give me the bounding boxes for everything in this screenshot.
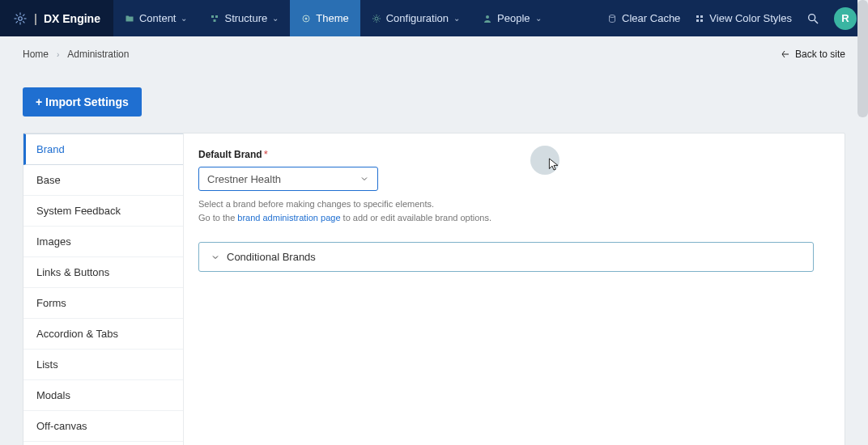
sidebar-item-label: Lists <box>36 358 58 371</box>
default-brand-select[interactable]: Crestner Health <box>198 167 378 191</box>
sidebar-item-system-feedback[interactable]: System Feedback <box>23 196 183 227</box>
svg-rect-11 <box>214 19 216 22</box>
top-nav: | DX Engine Content ⌄ Structure ⌄ Theme … <box>0 0 868 36</box>
svg-point-13 <box>305 17 308 19</box>
svg-rect-20 <box>700 19 703 22</box>
sidebar-item-modals[interactable]: Modals <box>23 380 183 411</box>
back-to-site-link[interactable]: Back to site <box>781 49 845 60</box>
chevron-down-icon: ⌄ <box>181 14 187 23</box>
select-value: Crestner Health <box>207 173 281 185</box>
svg-line-22 <box>815 20 818 23</box>
sidebar-item-label: Modals <box>36 389 70 401</box>
nav-content[interactable]: Content ⌄ <box>113 0 199 36</box>
accordion-title: Conditional Brands <box>227 251 316 263</box>
nav-items: Content ⌄ Structure ⌄ Theme Configuratio… <box>113 0 553 36</box>
svg-line-6 <box>23 21 24 23</box>
breadcrumb-home[interactable]: Home <box>23 49 49 60</box>
svg-rect-10 <box>215 15 218 18</box>
field-default-brand: Default Brand* Crestner Health Select a … <box>198 148 830 224</box>
app-brand[interactable]: | DX Engine <box>0 0 113 36</box>
sidebar-item-label: Brand <box>36 143 65 155</box>
scrollbar-thumb[interactable] <box>857 0 868 117</box>
svg-line-5 <box>16 14 18 15</box>
nav-configuration[interactable]: Configuration ⌄ <box>360 0 471 36</box>
sidebar-item-forms[interactable]: Forms <box>23 288 183 319</box>
chevron-down-icon: ⌄ <box>272 14 279 23</box>
svg-point-14 <box>375 17 378 20</box>
nav-item-label: Theme <box>316 12 348 24</box>
sidebar-item-off-canvas[interactable]: Off-canvas <box>23 411 183 442</box>
svg-rect-17 <box>696 15 699 18</box>
conditional-brands-accordion[interactable]: Conditional Brands <box>198 242 814 272</box>
search-icon[interactable] <box>806 12 819 25</box>
help-text: Select a brand before making changes to … <box>198 197 830 224</box>
nav-right: Clear Cache View Color Styles R <box>596 0 868 36</box>
chevron-down-icon: ⌄ <box>453 14 460 23</box>
svg-line-7 <box>16 21 18 23</box>
sidebar-item-accordion-tabs[interactable]: Accordion & Tabs <box>23 319 183 350</box>
sidebar-item-brand[interactable]: Brand <box>23 134 183 165</box>
nav-item-label: People <box>497 12 530 24</box>
help-line-2a: Go to the <box>198 213 237 222</box>
chevron-down-icon: ⌄ <box>535 14 542 23</box>
sidebar-item-label: Images <box>36 235 71 248</box>
chevron-right-icon: › <box>57 50 59 59</box>
sidebar-item-links-buttons[interactable]: Links & Buttons <box>23 257 183 288</box>
structure-icon <box>210 14 219 23</box>
brand-admin-link[interactable]: brand administration page <box>237 213 340 222</box>
folder-icon <box>125 14 134 23</box>
breadcrumb: Home › Administration <box>23 49 129 60</box>
nav-item-label: Content <box>139 12 177 24</box>
theme-settings-card: Brand Base System Feedback Images Links … <box>23 133 845 445</box>
nav-people[interactable]: People ⌄ <box>471 0 552 36</box>
clear-cache-label: Clear Cache <box>622 12 680 24</box>
svg-rect-19 <box>696 19 699 22</box>
default-brand-label: Default Brand <box>198 149 262 160</box>
app-logo-icon <box>13 11 28 26</box>
sidebar-item-label: Accordion & Tabs <box>36 328 118 340</box>
back-label: Back to site <box>795 49 845 60</box>
avatar-initial: R <box>841 12 849 24</box>
user-avatar[interactable]: R <box>834 7 857 30</box>
sidebar-item-base[interactable]: Base <box>23 165 183 196</box>
nav-item-label: Configuration <box>386 12 449 24</box>
sidebar-item-images[interactable]: Images <box>23 227 183 257</box>
import-settings-button[interactable]: + Import Settings <box>23 87 142 117</box>
svg-point-16 <box>610 15 615 17</box>
svg-point-21 <box>809 14 815 20</box>
chevron-down-icon <box>211 252 220 262</box>
sidebar-item-lists[interactable]: Lists <box>23 350 183 380</box>
person-icon <box>483 14 492 23</box>
settings-panel: Default Brand* Crestner Health Select a … <box>184 134 845 445</box>
nav-structure[interactable]: Structure ⌄ <box>198 0 290 36</box>
sidebar-item-label: Forms <box>36 297 66 309</box>
view-color-styles-button[interactable]: View Color Styles <box>695 12 792 24</box>
settings-sidebar: Brand Base System Feedback Images Links … <box>23 134 184 445</box>
clear-cache-button[interactable]: Clear Cache <box>607 12 680 24</box>
nav-theme[interactable]: Theme <box>290 0 360 36</box>
help-line-2b: to add or edit available brand options. <box>341 213 492 222</box>
cursor-icon <box>548 157 560 172</box>
gear-icon <box>372 14 381 23</box>
database-icon <box>607 14 617 23</box>
required-mark: * <box>264 148 268 160</box>
sidebar-item-hero[interactable]: Hero <box>23 442 183 445</box>
page-content: + Import Settings Brand Base System Feed… <box>23 87 845 445</box>
svg-rect-9 <box>211 15 214 18</box>
sidebar-item-label: System Feedback <box>36 205 121 217</box>
breadcrumb-bar: Home › Administration Back to site <box>0 36 868 72</box>
help-line-1: Select a brand before making changes to … <box>198 197 830 211</box>
palette-icon <box>695 14 704 23</box>
nav-item-label: Structure <box>224 12 267 24</box>
svg-rect-18 <box>700 15 703 18</box>
view-colors-label: View Color Styles <box>709 12 792 24</box>
sidebar-item-label: Links & Buttons <box>36 266 109 278</box>
breadcrumb-admin[interactable]: Administration <box>67 49 129 60</box>
back-icon <box>781 49 790 59</box>
chevron-down-icon <box>360 174 369 184</box>
theme-icon <box>301 14 311 23</box>
sidebar-item-label: Base <box>36 174 61 186</box>
svg-point-0 <box>19 16 23 20</box>
app-name: DX Engine <box>44 12 100 25</box>
svg-line-8 <box>23 14 24 15</box>
